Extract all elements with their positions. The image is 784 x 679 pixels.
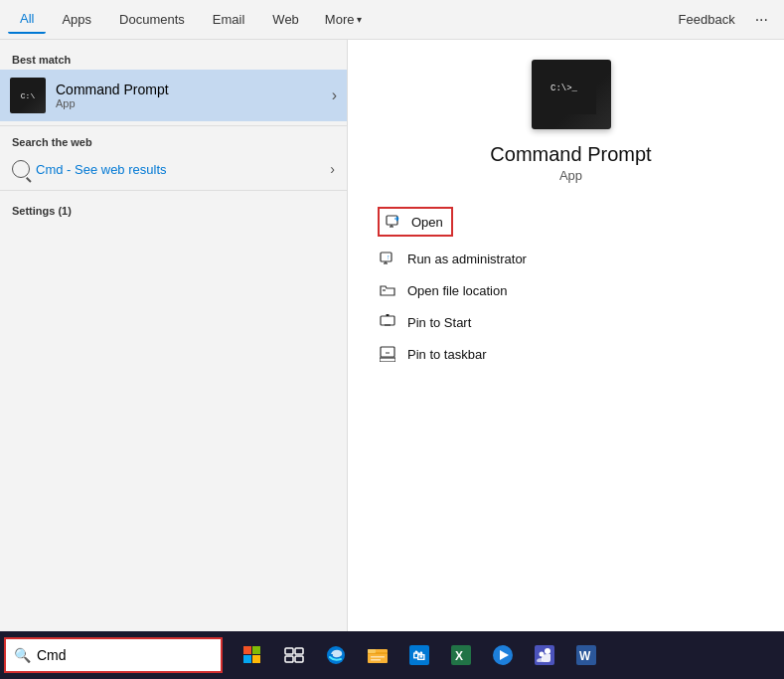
divider2: [0, 190, 347, 191]
svg-rect-0: [547, 75, 596, 114]
svg-point-28: [545, 648, 550, 654]
web-arrow-icon: ›: [330, 161, 335, 177]
run-admin-label: Run as administrator: [407, 252, 527, 266]
teams-icon: [534, 644, 555, 666]
open-item-wrapper[interactable]: Open: [378, 207, 453, 237]
svg-rect-12: [285, 648, 293, 654]
teams-button[interactable]: [525, 635, 564, 675]
open-icon: [384, 212, 403, 232]
store-icon: 🛍: [408, 644, 430, 666]
cmd-large-icon: C:\>_: [547, 75, 596, 114]
svg-rect-5: [381, 316, 394, 325]
best-match-item[interactable]: C:\ Command Prompt App ›: [0, 70, 347, 121]
pin-start-item[interactable]: Pin to Start: [378, 306, 764, 338]
edge-icon: [325, 644, 347, 666]
svg-rect-2: [387, 216, 397, 225]
folder-icon: [378, 280, 397, 300]
svg-rect-7: [380, 358, 395, 362]
feedback-button[interactable]: Feedback: [671, 8, 743, 31]
tab-apps[interactable]: Apps: [50, 6, 103, 33]
best-match-label: Best match: [0, 48, 347, 70]
admin-icon: ↑: [378, 249, 397, 268]
left-panel: Best match C:\ Command Prompt App › Sear…: [0, 40, 348, 631]
cmd-app-icon: C:\: [10, 78, 46, 113]
web-section-label: Search the web: [0, 130, 347, 152]
word-icon: W: [575, 644, 597, 666]
best-match-title: Command Prompt: [56, 82, 332, 97]
run-admin-action-item[interactable]: ↑ Run as administrator: [378, 243, 764, 274]
pin-taskbar-item[interactable]: Pin to taskbar: [378, 338, 764, 370]
svg-rect-6: [381, 347, 394, 357]
best-match-info: Command Prompt App: [56, 82, 332, 109]
main-layout: Best match C:\ Command Prompt App › Sear…: [0, 40, 784, 631]
settings-section-label: Settings (1): [0, 195, 347, 221]
svg-rect-8: [243, 646, 251, 654]
chevron-down-icon: ▾: [357, 14, 362, 25]
app-detail-type: App: [378, 168, 764, 183]
excel-button[interactable]: X: [441, 635, 481, 675]
svg-rect-18: [368, 649, 376, 653]
svg-rect-19: [371, 656, 385, 658]
open-action-item[interactable]: Open: [378, 203, 764, 243]
tab-email[interactable]: Email: [201, 6, 257, 33]
svg-rect-9: [252, 646, 260, 654]
app-detail-name: Command Prompt: [378, 143, 764, 166]
tab-documents[interactable]: Documents: [107, 6, 197, 33]
search-box: 🔍: [4, 637, 223, 673]
pin-start-label: Pin to Start: [407, 315, 471, 330]
svg-text:X: X: [455, 649, 463, 663]
tab-all[interactable]: All: [8, 5, 46, 34]
open-label: Open: [411, 215, 443, 230]
open-file-location-item[interactable]: Open file location: [378, 274, 764, 306]
search-nav-bar: All Apps Documents Email Web More ▾ Feed…: [0, 0, 784, 40]
tab-web[interactable]: Web: [260, 6, 311, 33]
best-match-subtitle: App: [56, 97, 332, 109]
task-view-icon: [284, 645, 304, 665]
store-button[interactable]: 🛍: [399, 635, 439, 675]
pin-start-icon: [378, 312, 397, 332]
media-icon: [492, 644, 514, 666]
svg-rect-15: [295, 656, 303, 662]
svg-rect-14: [285, 656, 293, 662]
pin-taskbar-icon: [378, 344, 397, 364]
search-icon: 🔍: [14, 647, 31, 663]
right-panel: C:\>_ Command Prompt App Open: [348, 40, 784, 631]
pin-taskbar-label: Pin to taskbar: [407, 347, 487, 362]
divider: [0, 125, 347, 126]
explorer-icon: [367, 644, 389, 666]
arrow-right-icon: ›: [332, 86, 337, 104]
more-options-button[interactable]: ···: [747, 7, 776, 33]
open-file-location-label: Open file location: [407, 283, 507, 298]
web-search-icon: [12, 160, 30, 178]
svg-rect-11: [252, 655, 260, 663]
task-view-button[interactable]: [274, 635, 314, 675]
excel-icon: X: [450, 644, 472, 666]
explorer-button[interactable]: [358, 635, 397, 675]
svg-rect-20: [371, 659, 381, 661]
svg-point-29: [540, 652, 545, 657]
svg-text:C:\>_: C:\>_: [550, 84, 578, 93]
web-search-text: Cmd - See web results: [36, 162, 167, 177]
taskbar: 🔍: [0, 631, 784, 679]
app-detail-icon: C:\>_: [532, 60, 611, 129]
media-button[interactable]: [483, 635, 523, 675]
tab-more[interactable]: More ▾: [315, 6, 373, 33]
edge-button[interactable]: [316, 635, 356, 675]
word-button[interactable]: W: [566, 635, 606, 675]
svg-rect-13: [295, 648, 303, 654]
svg-text:W: W: [579, 649, 591, 663]
svg-text:🛍: 🛍: [412, 648, 425, 663]
start-button[interactable]: [233, 635, 272, 675]
svg-rect-10: [243, 655, 251, 663]
search-input[interactable]: [37, 647, 213, 663]
web-search-item[interactable]: Cmd - See web results ›: [0, 152, 347, 186]
action-list: Open ↑ Run as administrator: [378, 203, 764, 370]
svg-text:↑: ↑: [387, 254, 391, 260]
windows-icon: [243, 646, 261, 664]
